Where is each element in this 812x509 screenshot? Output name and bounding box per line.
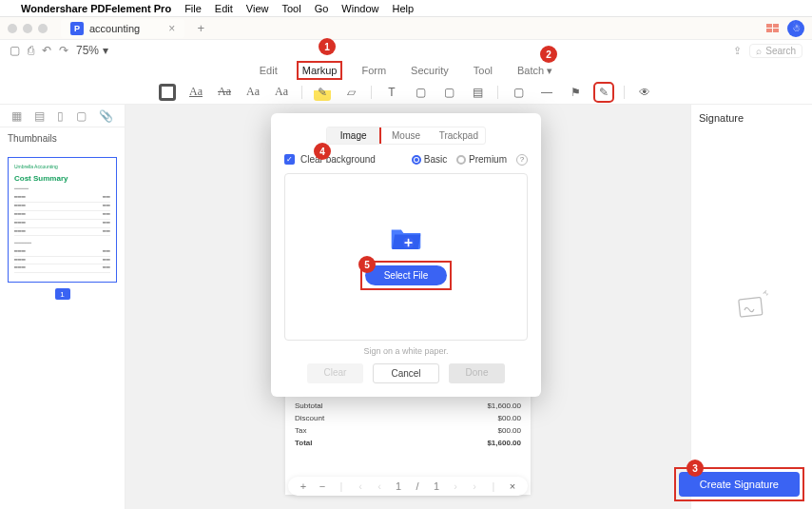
zoom-out-icon[interactable]: −: [317, 480, 328, 492]
line-icon[interactable]: —: [538, 84, 555, 101]
attach-icon[interactable]: 📎: [99, 109, 113, 123]
svg-rect-0: [738, 297, 762, 317]
apps-grid-icon[interactable]: [766, 24, 780, 33]
comment-panel-icon[interactable]: ▢: [76, 109, 87, 123]
user-avatar[interactable]: ☃: [787, 20, 804, 37]
next-page-icon[interactable]: ›: [450, 480, 461, 492]
clear-bg-checkbox[interactable]: ✓: [284, 154, 295, 165]
signature-placeholder-icon: [733, 287, 771, 327]
thumb-icon[interactable]: ▦: [11, 109, 22, 123]
traffic-lights[interactable]: [8, 24, 48, 33]
folder-add-icon: [390, 225, 422, 253]
clear-bg-label: Clear background: [300, 154, 376, 165]
tab-mouse[interactable]: Mouse: [379, 127, 432, 144]
signature-icon[interactable]: ✎: [595, 84, 612, 101]
bookmark-panel-icon[interactable]: ▤: [34, 109, 45, 123]
signature-note: Sign on a white paper.: [284, 346, 528, 356]
create-signature-button[interactable]: Create Signature: [679, 472, 800, 497]
help-icon[interactable]: ?: [516, 154, 528, 166]
tab-form[interactable]: Form: [358, 63, 390, 78]
search-input[interactable]: ⌕ Search: [749, 44, 802, 58]
menu-file[interactable]: File: [184, 3, 202, 14]
divider: [497, 86, 498, 99]
menu-view[interactable]: View: [246, 3, 269, 14]
markup-tools: Aa Aa Aa Aa ✎ ▱ T ▢ ▢ ▤ ▢ — ⚑ ✎ 👁: [0, 80, 812, 105]
search-icon: ⌕: [756, 46, 762, 56]
signature-panel: Signature: [690, 105, 812, 509]
signature-modal: Image Mouse Trackpad ✓ Clear background …: [271, 113, 541, 397]
redo-icon[interactable]: ↷: [59, 44, 68, 57]
tab-security[interactable]: Security: [407, 63, 453, 78]
premium-radio[interactable]: [456, 155, 466, 165]
thumbnails-title: Thumbnails: [0, 127, 125, 149]
menu-edit[interactable]: Edit: [215, 3, 233, 14]
mac-menubar: Wondershare PDFelement Pro File Edit Vie…: [0, 0, 812, 17]
menu-tool[interactable]: Tool: [281, 3, 300, 14]
divider: [371, 86, 372, 99]
text-icon[interactable]: T: [383, 84, 400, 101]
share-icon[interactable]: ⇪: [733, 45, 742, 57]
cancel-button[interactable]: Cancel: [373, 363, 438, 383]
clear-button[interactable]: Clear: [307, 363, 364, 383]
window-tabbar: P accounting × + ☃: [0, 17, 812, 40]
tab-edit[interactable]: Edit: [256, 63, 281, 78]
note-icon[interactable]: ▤: [469, 84, 486, 101]
pdf-icon: P: [70, 22, 84, 35]
text-box-icon[interactable]: [159, 84, 176, 101]
page-total: 1: [431, 480, 442, 492]
close-pager-icon[interactable]: ×: [507, 480, 518, 492]
callout-icon[interactable]: ▢: [440, 84, 457, 101]
divider: [624, 86, 625, 99]
tab-image[interactable]: Image: [327, 127, 379, 144]
tab-trackpad[interactable]: Trackpad: [433, 127, 485, 144]
add-tab-button[interactable]: +: [192, 20, 209, 37]
page-current[interactable]: 1: [393, 480, 404, 492]
close-tab-icon[interactable]: ×: [168, 22, 175, 35]
print-icon[interactable]: ⎙: [28, 44, 34, 57]
quick-toolbar: ▢ ⎙ ↶ ↷ 75% ▾ ⇪ ⌕ Search: [0, 40, 812, 61]
tab-tool[interactable]: Tool: [470, 63, 496, 78]
signature-panel-title: Signature: [699, 112, 804, 124]
menu-window[interactable]: Window: [341, 3, 378, 14]
mobile-icon[interactable]: ▯: [57, 109, 64, 123]
eraser-icon[interactable]: ▱: [342, 84, 359, 101]
eye-icon[interactable]: 👁: [636, 84, 653, 101]
divider: [301, 86, 302, 99]
search-placeholder: Search: [765, 46, 796, 56]
menu-help[interactable]: Help: [392, 3, 414, 14]
select-file-button[interactable]: Select File: [365, 265, 448, 285]
caret-icon[interactable]: Aa: [273, 84, 290, 101]
zoom-in-icon[interactable]: +: [298, 480, 309, 492]
prev-page-icon[interactable]: ‹: [374, 480, 385, 492]
first-page-icon[interactable]: ‹: [355, 480, 366, 492]
page-number-badge: 1: [55, 288, 70, 300]
save-icon[interactable]: ▢: [10, 44, 20, 57]
undo-icon[interactable]: ↶: [42, 44, 51, 57]
stamp-icon[interactable]: ⚑: [567, 84, 584, 101]
textbox-icon[interactable]: ▢: [412, 84, 429, 101]
tab-markup[interactable]: Markup: [299, 63, 341, 78]
done-button[interactable]: Done: [449, 363, 506, 383]
page-thumbnail[interactable]: Umbrella Accounting Cost Summary ━━━━━ ━…: [8, 157, 117, 283]
underline-icon[interactable]: Aa: [187, 84, 204, 101]
strike-icon[interactable]: Aa: [216, 84, 233, 101]
tab-batch[interactable]: Batch ▾: [513, 63, 556, 79]
signature-source-tabs: Image Mouse Trackpad: [326, 127, 486, 145]
left-panel: ▦ ▤ ▯ ▢ 📎 Thumbnails Umbrella Accounting…: [0, 105, 126, 509]
menu-go[interactable]: Go: [315, 3, 329, 14]
rect-icon[interactable]: ▢: [510, 84, 527, 101]
basic-radio[interactable]: [412, 155, 421, 165]
file-dropzone[interactable]: Select File: [284, 173, 528, 341]
last-page-icon[interactable]: ›: [469, 480, 480, 492]
squiggly-icon[interactable]: Aa: [244, 84, 261, 101]
main-tabs: Edit Markup Form Security Tool Batch ▾: [0, 61, 812, 80]
document-tab[interactable]: P accounting ×: [61, 19, 184, 38]
zoom-dropdown[interactable]: 75% ▾: [76, 44, 108, 57]
document-name: accounting: [89, 23, 140, 34]
highlighter-icon[interactable]: ✎: [314, 84, 331, 101]
page-navigator: + − | ‹ ‹ 1 / 1 › › | ×: [288, 477, 528, 496]
app-name: Wondershare PDFelement Pro: [21, 3, 171, 14]
